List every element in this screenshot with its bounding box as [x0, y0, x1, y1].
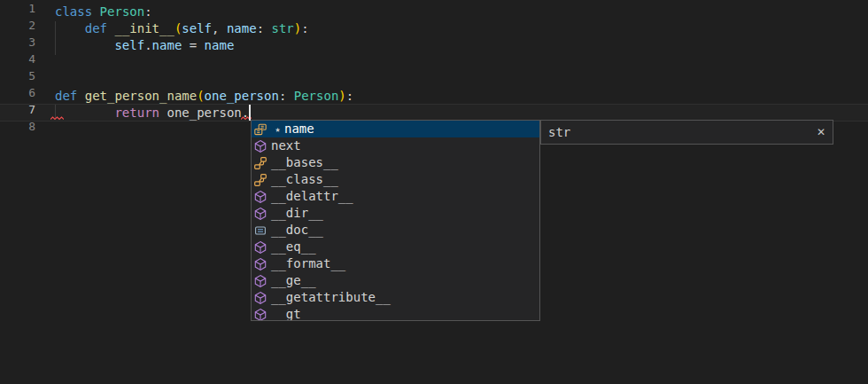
suggestion-item[interactable]: __delattr__ [252, 188, 539, 205]
symbol-constant-icon [253, 223, 267, 238]
code-line[interactable]: def __init__(self, name: str): [55, 20, 353, 37]
suggestion-item[interactable]: __getattribute__ [252, 289, 539, 306]
suggestion-label: __gt__ [271, 306, 316, 321]
symbol-class-icon [253, 173, 267, 187]
code-line[interactable]: class Person: [55, 4, 353, 20]
symbol-method-icon [253, 139, 267, 153]
code-line[interactable]: def get_person_name(one_person: Person): [55, 88, 353, 105]
line-number: 6 [0, 84, 35, 101]
line-number: 4 [0, 51, 35, 67]
code-editor: 12345678 class Person: def __init__(self… [0, 0, 868, 384]
suggestion-label: __eq__ [271, 239, 316, 255]
line-number: 2 [0, 17, 35, 34]
suggestion-label: name [284, 121, 314, 137]
code-line[interactable] [55, 71, 353, 88]
code-line[interactable] [55, 54, 353, 71]
suggestion-label: next [271, 137, 301, 154]
suggest-detail-text: str [548, 125, 570, 139]
suggestion-label: __delattr__ [271, 188, 353, 205]
suggestion-item[interactable]: ★name [252, 121, 539, 137]
symbol-method-icon [253, 240, 267, 255]
symbol-method-icon [253, 274, 267, 288]
suggestion-label: __format__ [271, 255, 345, 272]
suggestion-item[interactable]: __eq__ [252, 239, 539, 255]
symbol-class-icon [253, 156, 267, 170]
close-icon[interactable]: ✕ [817, 126, 825, 138]
suggestion-item[interactable]: __dir__ [252, 205, 539, 222]
suggestion-label: __getattribute__ [271, 289, 391, 306]
suggestion-item[interactable]: __bases__ [252, 154, 539, 171]
symbol-method-icon [253, 257, 267, 271]
text-cursor [249, 105, 251, 121]
error-squiggle [50, 116, 64, 121]
suggestion-item[interactable]: __gt__ [252, 306, 539, 321]
code-line[interactable]: self.name = name [55, 37, 353, 54]
suggestion-label: __bases__ [271, 154, 338, 171]
symbol-method-icon [253, 190, 267, 204]
suggestion-item[interactable]: __format__ [252, 255, 539, 272]
symbol-method-icon [253, 291, 267, 305]
suggest-details-panel: str ✕ [540, 120, 833, 145]
symbol-method-icon [253, 308, 267, 322]
preselect-star-icon: ★ [271, 124, 284, 134]
suggestion-item[interactable]: next [252, 137, 539, 154]
suggestion-label: __doc__ [271, 222, 323, 239]
suggestion-item[interactable]: __ge__ [252, 272, 539, 289]
suggestion-item[interactable]: __class__ [252, 171, 539, 188]
suggest-widget: ★namenext__bases____class____delattr____… [251, 120, 540, 321]
line-number: 1 [0, 0, 35, 17]
line-number: 3 [0, 34, 35, 51]
symbol-field-icon [253, 122, 267, 137]
line-number: 5 [0, 67, 35, 84]
suggestion-label: __dir__ [271, 205, 323, 222]
suggestion-label: __class__ [271, 171, 338, 188]
current-line-highlight [0, 104, 868, 121]
suggestion-item[interactable]: __doc__ [252, 222, 539, 239]
suggestion-label: __ge__ [271, 272, 316, 289]
symbol-method-icon [253, 207, 267, 221]
